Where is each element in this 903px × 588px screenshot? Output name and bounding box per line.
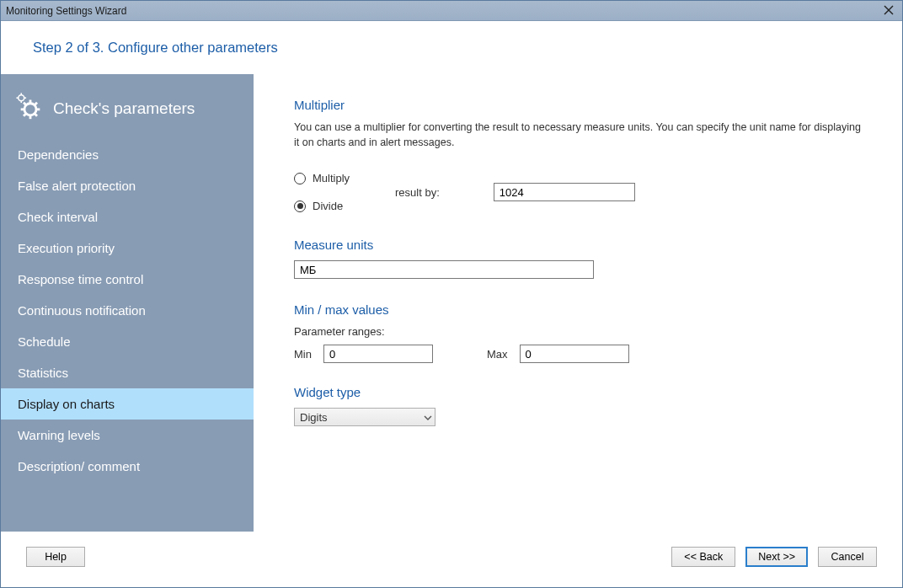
sidebar-item-response-time[interactable]: Response time control — [1, 264, 254, 295]
sidebar-item-dependencies[interactable]: Dependencies — [1, 139, 254, 170]
sidebar-item-display-on-charts[interactable]: Display on charts — [1, 388, 254, 420]
measure-units-input[interactable] — [294, 260, 594, 279]
widget-type-select[interactable]: Digits — [294, 408, 435, 426]
max-input[interactable] — [520, 345, 629, 363]
max-label: Max — [487, 348, 508, 361]
sidebar-item-continuous-notification[interactable]: Continuous notification — [1, 295, 254, 326]
sidebar-title: Check's parameters — [1, 93, 254, 139]
gears-icon — [16, 93, 45, 124]
sidebar-item-description[interactable]: Description/ comment — [1, 451, 254, 482]
svg-point-2 — [24, 104, 36, 115]
multiplier-title: Multiplier — [294, 98, 875, 112]
sidebar-item-schedule[interactable]: Schedule — [1, 326, 254, 357]
sidebar-title-text: Check's parameters — [53, 99, 195, 118]
multiplier-block: Multiply Divide result by: — [294, 168, 875, 216]
radio-divide[interactable]: Divide — [294, 196, 370, 216]
min-input[interactable] — [323, 345, 433, 363]
sidebar-item-check-interval[interactable]: Check interval — [1, 201, 254, 233]
radio-divide-label: Divide — [313, 200, 343, 212]
next-button[interactable]: Next >> — [745, 547, 808, 567]
window-title: Monitoring Settings Wizard — [6, 5, 126, 17]
svg-line-9 — [35, 103, 37, 104]
param-ranges-label: Parameter ranges: — [294, 325, 875, 338]
wizard-body: Check's parameters Dependencies False al… — [1, 74, 902, 532]
titlebar: Monitoring Settings Wizard — [1, 1, 902, 21]
widget-type-title: Widget type — [294, 385, 875, 399]
help-button[interactable]: Help — [26, 547, 85, 567]
sidebar-item-warning-levels[interactable]: Warning levels — [1, 420, 254, 451]
min-label: Min — [294, 348, 312, 361]
result-input[interactable] — [494, 183, 635, 201]
sidebar-item-statistics[interactable]: Statistics — [1, 357, 254, 388]
multiplier-description: You can use a multiplier for converting … — [294, 120, 867, 150]
svg-line-7 — [24, 103, 25, 104]
result-by-label: result by: — [395, 186, 440, 199]
measure-units-title: Measure units — [294, 238, 875, 252]
svg-line-8 — [35, 114, 37, 115]
step-header: Step 2 of 3. Configure other parameters — [1, 21, 902, 74]
radio-icon — [294, 173, 306, 184]
multiplier-radio-group: Multiply Divide — [294, 168, 370, 216]
sidebar-item-execution-priority[interactable]: Execution priority — [1, 233, 254, 264]
close-button[interactable] — [880, 3, 897, 18]
content-panel: Multiplier You can use a multiplier for … — [254, 74, 902, 532]
minmax-title: Min / max values — [294, 302, 875, 317]
footer: Help << Back Next >> Cancel — [1, 532, 902, 582]
svg-point-11 — [19, 95, 24, 101]
cancel-button[interactable]: Cancel — [818, 547, 877, 567]
sidebar: Check's parameters Dependencies False al… — [1, 74, 254, 532]
sidebar-item-false-alert[interactable]: False alert protection — [1, 170, 254, 201]
widget-type-value: Digits — [294, 408, 435, 426]
radio-multiply-label: Multiply — [313, 172, 350, 184]
radio-multiply[interactable]: Multiply — [294, 168, 370, 188]
radio-icon — [294, 200, 306, 212]
minmax-row: Min Max — [294, 345, 875, 363]
svg-line-10 — [24, 114, 25, 115]
back-button[interactable]: << Back — [671, 547, 735, 567]
close-icon — [884, 5, 894, 15]
